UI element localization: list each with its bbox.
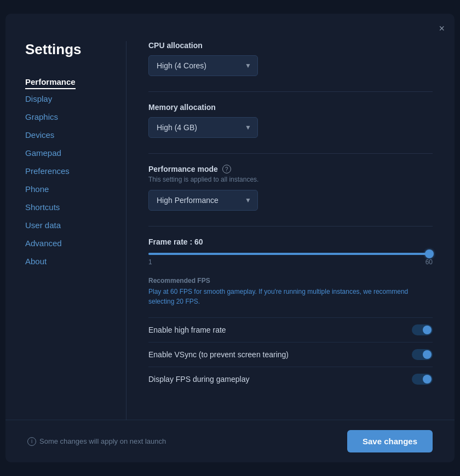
sidebar-item-advanced[interactable]: Advanced [25, 235, 126, 252]
fps-recommendation: Recommended FPS Play at 60 FPS for smoot… [148, 277, 433, 306]
performance-mode-select[interactable]: Power SaverBalancedHigh PerformanceUltra [148, 190, 258, 211]
memory-allocation-wrapper: Low (1 GB)Medium (2 GB)High (4 GB)Ultra … [148, 117, 258, 138]
sidebar-item-about[interactable]: About [25, 253, 126, 270]
settings-title: Settings [25, 41, 126, 58]
sidebar: Settings PerformanceDisplayGraphicsDevic… [5, 41, 126, 420]
cpu-allocation-section: CPU allocation Low (1 Core)Medium (2 Cor… [148, 41, 433, 76]
sidebar-item-shortcuts[interactable]: Shortcuts [25, 199, 126, 216]
sidebar-item-phone[interactable]: Phone [25, 181, 126, 198]
slider-range-labels: 1 60 [148, 258, 433, 266]
sidebar-item-graphics[interactable]: Graphics [25, 108, 126, 125]
main-content: CPU allocation Low (1 Core)Medium (2 Cor… [127, 41, 455, 420]
memory-allocation-section: Memory allocation Low (1 GB)Medium (2 GB… [148, 103, 433, 138]
sidebar-nav: PerformanceDisplayGraphicsDevicesGamepad… [25, 73, 126, 270]
help-icon[interactable]: ? [222, 165, 231, 173]
slider-fill [148, 253, 433, 255]
toggle-label-fps-display: Display FPS during gameplay [148, 375, 249, 384]
save-button[interactable]: Save changes [347, 430, 433, 452]
settings-modal: × Settings PerformanceDisplayGraphicsDev… [5, 14, 455, 462]
divider-1 [148, 91, 433, 92]
memory-allocation-select[interactable]: Low (1 GB)Medium (2 GB)High (4 GB)Ultra … [148, 117, 258, 138]
performance-mode-section: Performance mode ? This setting is appli… [148, 165, 433, 211]
toggle-row-vsync: Enable VSync (to prevent screen tearing) [148, 342, 433, 367]
performance-mode-label: Performance mode [148, 165, 218, 173]
cpu-allocation-wrapper: Low (1 Core)Medium (2 Cores)High (4 Core… [148, 55, 258, 76]
toggle-fps-display[interactable] [412, 374, 433, 385]
sidebar-item-performance[interactable]: Performance [25, 73, 76, 89]
slider-thumb[interactable] [425, 249, 434, 258]
frame-rate-title: Frame rate : 60 [148, 237, 433, 246]
performance-mode-sub: This setting is applied to all instances… [148, 176, 433, 183]
divider-2 [148, 153, 433, 154]
cpu-allocation-label: CPU allocation [148, 41, 433, 50]
slider-max: 60 [426, 258, 433, 266]
footer-note: i Some changes will apply on next launch [27, 437, 166, 446]
fps-rec-desc: Play at 60 FPS for smooth gameplay. If y… [148, 287, 433, 306]
cpu-allocation-select[interactable]: Low (1 Core)Medium (2 Cores)High (4 Core… [148, 55, 258, 76]
close-button[interactable]: × [439, 24, 445, 33]
performance-mode-wrapper: Power SaverBalancedHigh PerformanceUltra… [148, 190, 258, 211]
sidebar-item-display[interactable]: Display [25, 90, 126, 107]
toggle-knob-high-frame-rate [423, 326, 432, 334]
slider-min: 1 [148, 258, 152, 266]
footer: i Some changes will apply on next launch… [5, 420, 455, 462]
sidebar-item-gamepad[interactable]: Gamepad [25, 144, 126, 161]
memory-allocation-label: Memory allocation [148, 103, 433, 112]
slider-track [148, 253, 433, 255]
toggle-knob-vsync [423, 350, 432, 359]
divider-3 [148, 226, 433, 227]
sidebar-item-devices[interactable]: Devices [25, 126, 126, 143]
sidebar-item-user-data[interactable]: User data [25, 217, 126, 234]
frame-rate-section: Frame rate : 60 1 60 [148, 237, 433, 266]
fps-rec-title: Recommended FPS [148, 277, 433, 285]
toggle-row-high-frame-rate: Enable high frame rate [148, 317, 433, 342]
toggle-knob-fps-display [423, 375, 432, 384]
toggles-container: Enable high frame rateEnable VSync (to p… [148, 317, 433, 391]
info-icon: i [27, 437, 36, 446]
toggle-high-frame-rate[interactable] [412, 324, 433, 335]
toggle-row-fps-display: Display FPS during gameplay [148, 367, 433, 391]
toggle-label-vsync: Enable VSync (to prevent screen tearing) [148, 350, 289, 359]
toggle-label-high-frame-rate: Enable high frame rate [148, 326, 226, 334]
toggle-vsync[interactable] [412, 349, 433, 360]
footer-note-text: Some changes will apply on next launch [39, 437, 166, 445]
sidebar-item-preferences[interactable]: Preferences [25, 162, 126, 179]
slider-container [148, 253, 433, 255]
